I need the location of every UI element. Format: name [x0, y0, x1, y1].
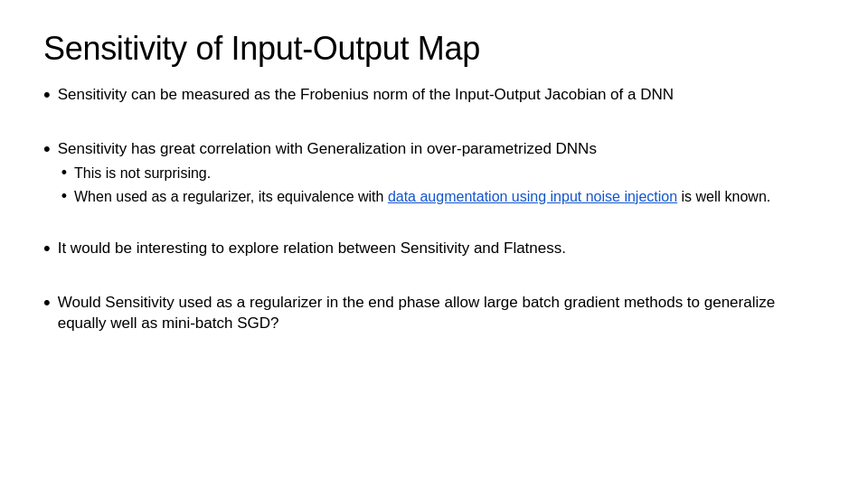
sub-bullet-text-1: This is not surprising. — [74, 163, 825, 183]
spacer-2 — [43, 220, 825, 225]
bullet-dot-1: • — [43, 83, 51, 107]
bullet-item-2: • Sensitivity has great correlation with… — [43, 138, 825, 208]
bullet-item-4: • Would Sensitivity used as a regularize… — [43, 292, 825, 335]
sub-bullets-2: • This is not surprising. • When used as… — [61, 163, 825, 207]
bullet-dot-3: • — [43, 237, 51, 260]
bullet-text-4: Would Sensitivity used as a regularizer … — [58, 292, 825, 335]
bullet-text-2-label: Sensitivity has great correlation with G… — [58, 140, 597, 157]
sub-bullet-item-2: • When used as a regularizer, its equiva… — [61, 186, 825, 207]
bullet-item-3: • It would be interesting to explore rel… — [43, 238, 825, 260]
content-area: • Sensitivity can be measured as the Fro… — [43, 84, 825, 334]
bullet-dot-2: • — [43, 137, 51, 161]
sub-bullet-dot-2: • — [61, 186, 67, 207]
spacer-3 — [43, 274, 825, 279]
sub-bullet-text-2: When used as a regularizer, its equivale… — [74, 186, 825, 207]
sub-bullet-text-2-after: is well known. — [677, 189, 770, 204]
sub-bullet-text-2-before: When used as a regularizer, its equivale… — [74, 189, 388, 204]
bullet-item-1: • Sensitivity can be measured as the Fro… — [43, 84, 825, 107]
data-augmentation-link[interactable]: data augmentation using input noise inje… — [388, 189, 677, 204]
sub-bullet-dot-1: • — [61, 163, 67, 183]
slide: Sensitivity of Input-Output Map • Sensit… — [0, 0, 868, 488]
bullet-dot-4: • — [43, 291, 51, 314]
spacer-1 — [43, 120, 825, 126]
bullet-text-2: Sensitivity has great correlation with G… — [58, 138, 825, 208]
bullet-text-1: Sensitivity can be measured as the Frobe… — [58, 84, 825, 106]
sub-bullet-item-1: • This is not surprising. — [61, 163, 825, 183]
slide-title: Sensitivity of Input-Output Map — [43, 29, 825, 68]
bullet-text-3: It would be interesting to explore relat… — [58, 238, 825, 259]
